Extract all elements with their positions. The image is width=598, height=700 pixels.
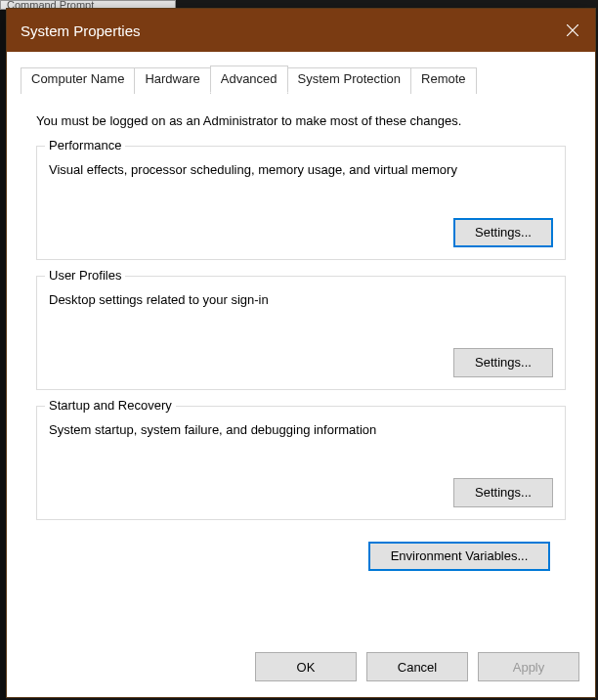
environment-variables-button[interactable]: Environment Variables... [368, 542, 550, 571]
close-icon [567, 24, 578, 36]
tab-advanced[interactable]: Advanced [210, 66, 288, 93]
apply-button: Apply [478, 652, 579, 681]
user-profiles-settings-button[interactable]: Settings... [453, 348, 553, 377]
startup-recovery-group: Startup and Recovery System startup, sys… [36, 406, 566, 520]
cancel-button[interactable]: Cancel [366, 652, 468, 681]
user-profiles-button-row: Settings... [49, 348, 553, 377]
tab-content-area: You must be logged on as an Administrato… [21, 92, 581, 625]
tab-hardware[interactable]: Hardware [134, 67, 210, 94]
startup-recovery-group-desc: System startup, system failure, and debu… [49, 422, 553, 439]
ok-button[interactable]: OK [255, 652, 357, 681]
environment-variables-row: Environment Variables... [36, 536, 566, 571]
tab-strip: Computer Name Hardware Advanced System P… [7, 52, 595, 92]
system-properties-dialog: System Properties Computer Name Hardware… [6, 8, 596, 698]
close-button[interactable] [550, 9, 595, 52]
performance-settings-button[interactable]: Settings... [453, 218, 553, 247]
startup-recovery-settings-button[interactable]: Settings... [453, 478, 553, 507]
user-profiles-group-desc: Desktop settings related to your sign-in [49, 292, 553, 309]
startup-recovery-group-title: Startup and Recovery [45, 398, 176, 413]
window-title: System Properties [21, 22, 141, 39]
advanced-tab-content: You must be logged on as an Administrato… [21, 92, 581, 581]
tab-computer-name[interactable]: Computer Name [21, 67, 135, 94]
tab-remote[interactable]: Remote [410, 67, 477, 94]
performance-button-row: Settings... [49, 218, 553, 247]
user-profiles-group-title: User Profiles [45, 268, 125, 283]
tab-system-protection[interactable]: System Protection [287, 67, 412, 94]
user-profiles-group: User Profiles Desktop settings related t… [36, 276, 566, 390]
performance-group-desc: Visual effects, processor scheduling, me… [49, 162, 553, 179]
dialog-button-row: OK Cancel Apply [7, 638, 595, 697]
performance-group-title: Performance [45, 138, 125, 153]
admin-notice-text: You must be logged on as an Administrato… [36, 113, 566, 128]
performance-group: Performance Visual effects, processor sc… [36, 146, 566, 260]
startup-recovery-button-row: Settings... [49, 478, 553, 507]
titlebar: System Properties [7, 9, 595, 52]
